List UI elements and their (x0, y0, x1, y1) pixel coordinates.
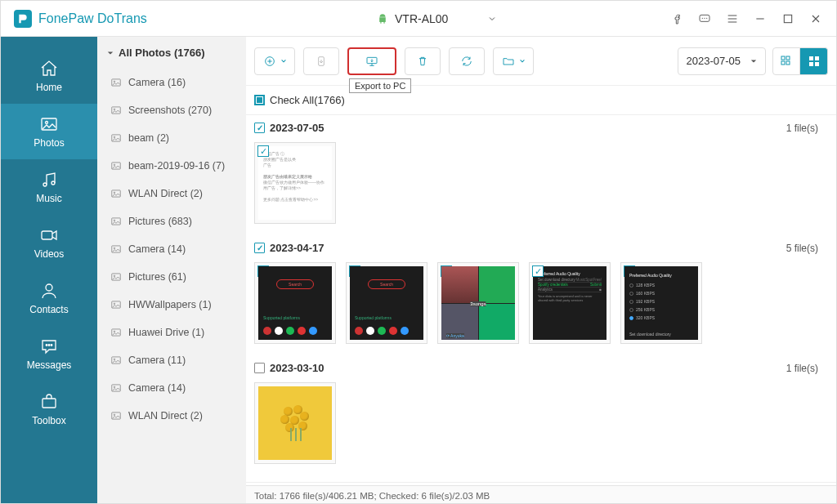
svg-point-32 (114, 303, 115, 305)
device-name: VTR-AL00 (395, 12, 448, 25)
group-checkbox[interactable] (254, 243, 265, 253)
photo-thumbnail[interactable]: Preferred Audio Quality 128 KBPS 160 KBP… (620, 262, 702, 344)
chevron-down-icon (487, 14, 497, 24)
album-item[interactable]: WLAN Direct (2) (97, 180, 246, 207)
device-selector[interactable]: VTR-AL00 (377, 12, 497, 25)
svg-point-36 (114, 359, 115, 360)
svg-rect-51 (815, 62, 819, 66)
album-item[interactable]: Camera (11) (97, 346, 246, 374)
album-item[interactable]: Huawei Drive (1) (97, 319, 246, 346)
photo-thumbnail[interactable]: Preferred Audio Quality Set download dir… (529, 262, 611, 344)
svg-point-26 (114, 220, 115, 221)
nav-photos[interactable]: Photos (1, 104, 97, 159)
android-icon (377, 13, 388, 25)
svg-point-18 (114, 109, 115, 110)
group-checkbox[interactable] (254, 363, 265, 373)
app-logo (14, 10, 32, 28)
nav-home[interactable]: Home (1, 48, 97, 104)
svg-rect-49 (815, 56, 819, 60)
svg-rect-50 (809, 62, 813, 66)
svg-point-40 (114, 414, 115, 416)
svg-point-24 (114, 192, 115, 194)
svg-point-13 (51, 345, 52, 346)
nav-contacts[interactable]: Contacts (1, 270, 97, 326)
svg-point-28 (114, 248, 115, 249)
svg-point-20 (114, 136, 115, 138)
app-name: FonePaw DoTrans (38, 11, 147, 26)
date-group-header[interactable]: 2023-07-05 1 file(s) (246, 115, 836, 137)
view-list-button[interactable] (772, 47, 800, 75)
feedback-icon[interactable] (697, 11, 712, 26)
album-item[interactable]: Camera (14) (97, 374, 246, 402)
photo-thumbnail[interactable]: Search Supported platforms (254, 262, 336, 344)
album-item[interactable]: HWWallpapers (1) (97, 291, 246, 319)
check-all-checkbox[interactable] (254, 95, 265, 105)
album-item[interactable]: WLAN Direct (2) (97, 402, 246, 430)
svg-point-11 (46, 345, 47, 346)
svg-point-3 (706, 17, 707, 18)
export-to-pc-button[interactable]: Export to PC (347, 47, 396, 75)
album-item[interactable]: Camera (16) (97, 69, 246, 96)
photo-thumbnail[interactable]: Search Supported platforms (346, 262, 427, 344)
nav-messages[interactable]: Messages (1, 326, 97, 381)
svg-point-1 (702, 17, 703, 18)
refresh-button[interactable] (449, 47, 485, 75)
svg-point-22 (114, 164, 115, 166)
maximize-button[interactable] (781, 11, 795, 26)
photo-thumbnail[interactable]: 微信广告 ⓘ朋友圈广告是以类广告朋友广告由谁来定义展示给微信广告致力做用户体验—… (254, 142, 336, 224)
nav-videos[interactable]: Videos (1, 215, 97, 270)
status-bar: Total: 1766 file(s)/406.21 MB; Checked: … (246, 485, 836, 504)
menu-icon[interactable] (725, 11, 740, 26)
svg-point-2 (704, 17, 705, 18)
svg-rect-47 (786, 61, 790, 65)
view-grid-button[interactable] (800, 47, 828, 75)
album-item[interactable]: Pictures (683) (97, 207, 246, 235)
date-group-header[interactable]: 2023-04-17 5 file(s) (246, 235, 836, 257)
close-button[interactable] (808, 11, 823, 26)
svg-point-6 (46, 122, 48, 124)
add-button[interactable] (254, 47, 295, 75)
svg-point-38 (114, 386, 115, 388)
album-item[interactable]: Screenshots (270) (97, 96, 246, 124)
svg-point-34 (114, 331, 115, 332)
date-group-header[interactable]: 2023-03-10 1 file(s) (246, 355, 836, 377)
group-checkbox[interactable] (254, 123, 265, 133)
dropdown-icon (750, 59, 757, 64)
album-item[interactable]: beam-2019-09-16 (7) (97, 152, 246, 180)
svg-rect-46 (781, 61, 785, 65)
collapse-icon (107, 50, 114, 56)
photo-thumbnail[interactable]: 3songs ⟳ Anyoka (437, 262, 519, 344)
thumbnail-checkbox[interactable] (257, 145, 269, 157)
album-item[interactable]: Camera (14) (97, 235, 246, 263)
album-list-header[interactable]: All Photos (1766) (97, 37, 246, 69)
nav-toolbox[interactable]: Toolbox (1, 381, 97, 437)
thumbnail-checkbox[interactable] (532, 265, 544, 277)
svg-rect-4 (784, 15, 791, 22)
share-facebook-icon[interactable] (669, 11, 684, 26)
nav-music[interactable]: Music (1, 159, 97, 215)
sidebar-nav: Home Photos Music Videos Contacts Messag… (1, 37, 97, 504)
svg-point-30 (114, 275, 115, 277)
export-to-device-button[interactable] (303, 47, 339, 75)
date-picker[interactable]: 2023-07-05 (678, 47, 767, 75)
photo-thumbnail[interactable] (254, 382, 336, 464)
check-all[interactable]: Check All(1766) (246, 86, 836, 115)
svg-rect-48 (809, 56, 813, 60)
album-item[interactable]: beam (2) (97, 124, 246, 152)
svg-rect-14 (43, 399, 56, 408)
delete-button[interactable] (405, 47, 441, 75)
svg-rect-45 (786, 56, 790, 60)
svg-point-12 (48, 345, 50, 346)
album-list: All Photos (1766) Camera (16) Screenshot… (97, 37, 246, 504)
svg-rect-44 (781, 56, 785, 60)
svg-point-16 (114, 81, 115, 83)
svg-rect-9 (42, 231, 52, 239)
svg-point-7 (43, 183, 47, 186)
folder-button[interactable] (493, 47, 534, 75)
toolbar: Export to PC 2023-07-05 (246, 37, 836, 86)
svg-point-10 (46, 284, 52, 291)
svg-point-8 (51, 181, 55, 185)
tooltip: Export to PC (349, 78, 411, 93)
album-item[interactable]: Pictures (61) (97, 263, 246, 291)
minimize-button[interactable] (753, 11, 768, 26)
